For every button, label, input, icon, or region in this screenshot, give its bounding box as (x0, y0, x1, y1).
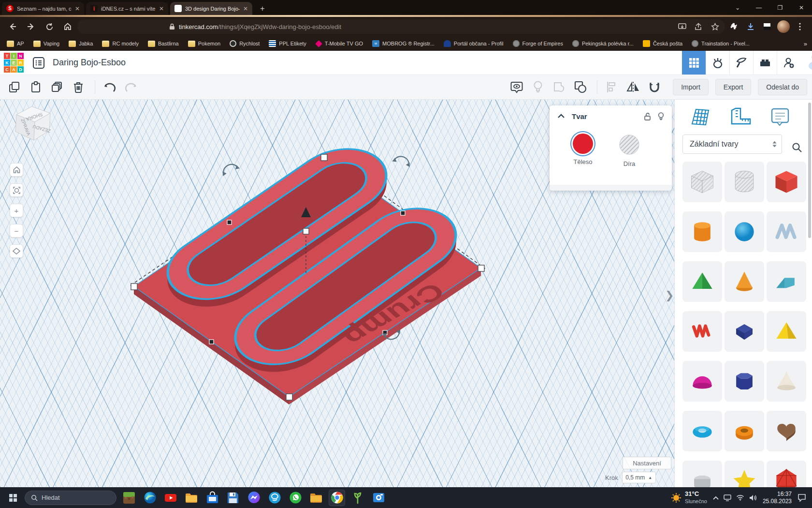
notes-icon[interactable] (770, 107, 790, 126)
transparency-bulb-icon[interactable] (528, 77, 548, 97)
corner-scale-handle[interactable] (131, 284, 137, 290)
hidden-icons-chevron[interactable] (713, 496, 719, 500)
new-tab-button[interactable]: + (256, 2, 269, 15)
hole-shape-icon[interactable] (550, 77, 569, 97)
grid-settings-button[interactable]: Nastavení (623, 457, 671, 469)
tab-search-chevron-icon[interactable]: ⌄ (727, 0, 748, 15)
corner-scale-handle[interactable] (478, 265, 484, 271)
bookmark-item[interactable]: Pokemon (188, 41, 220, 47)
sidebar-collapse-chevron[interactable]: ❯ (665, 289, 674, 302)
design-title[interactable]: Daring Bojo-Esboo (53, 58, 126, 68)
collapse-chevron-icon[interactable] (557, 114, 565, 119)
rotate-handle[interactable] (220, 161, 240, 176)
bookmark-item[interactable]: Forge of Empires (513, 40, 563, 47)
profile-avatar[interactable] (775, 18, 792, 35)
brick-icon[interactable] (753, 51, 777, 75)
tab-tinkercad-active[interactable]: 3D design Daring Bojo-Esboo | Ti ✕ (170, 2, 252, 15)
bookmark-item[interactable]: AP (7, 41, 24, 47)
shape-cylinder-transparent[interactable] (725, 162, 764, 202)
bookmark-item[interactable]: Jabka (69, 41, 93, 47)
messenger-icon[interactable] (246, 490, 262, 506)
bookmark-item[interactable]: PPL Etikety (269, 40, 306, 47)
bookmark-item[interactable]: Trainstation - Pixel... (692, 40, 750, 47)
ruler-icon[interactable] (730, 106, 751, 127)
tab-seznam[interactable]: S Seznam – najdu tam, co neznám ✕ (2, 2, 84, 15)
bookmark-item[interactable]: Bastlirna (148, 41, 179, 47)
top-center-handle[interactable] (303, 228, 309, 234)
workplane-grid-icon[interactable] (688, 106, 710, 127)
shape-sphere-blue[interactable] (725, 211, 764, 252)
file-explorer-icon[interactable] (183, 490, 200, 506)
plant-icon[interactable] (349, 490, 366, 506)
edge-icon[interactable] (142, 490, 158, 506)
downloads-icon[interactable] (742, 18, 759, 35)
invite-person-add-icon[interactable] (777, 51, 800, 75)
sidebar-scrollbar[interactable] (808, 103, 811, 238)
bulb-icon[interactable] (658, 112, 664, 120)
search-icon[interactable] (789, 139, 805, 156)
shape-cylinder-orange[interactable] (682, 211, 722, 252)
shape-roof-teal[interactable] (767, 261, 806, 302)
solid-option[interactable]: Těleso (573, 134, 593, 167)
tinkercad-logo[interactable]: TIN KER CAD (4, 53, 24, 73)
bookmark-star-icon[interactable] (707, 23, 723, 31)
delete-icon[interactable] (69, 77, 88, 97)
reload-icon[interactable] (41, 18, 58, 35)
game-launcher-icon[interactable] (121, 490, 137, 506)
restore-button[interactable]: ❐ (769, 0, 791, 15)
solid-color-swatch[interactable] (573, 134, 593, 154)
kebab-menu-icon[interactable] (792, 18, 808, 35)
lock-icon[interactable] (169, 23, 175, 30)
store-icon[interactable] (204, 490, 220, 506)
design-canvas[interactable]: SHORA ZPRAVA ZEZADU + − (0, 100, 674, 487)
extension-square-icon[interactable] (759, 18, 775, 35)
design-grid-icon[interactable] (682, 51, 706, 75)
wifi-icon[interactable] (736, 494, 744, 501)
mid-edge-handle[interactable] (227, 220, 232, 224)
copy-icon[interactable] (5, 77, 24, 97)
back-icon[interactable] (4, 18, 21, 35)
lock-open-icon[interactable] (644, 112, 651, 120)
tab-idnes[interactable]: i iDNES.cz – s námi víte víc ✕ (86, 2, 168, 15)
design-menu-icon[interactable] (32, 57, 45, 69)
shape-wedge-green[interactable] (682, 261, 722, 302)
mid-edge-handle[interactable] (401, 211, 405, 215)
shape-cone-orange[interactable] (725, 261, 764, 302)
shape-gray[interactable] (682, 461, 722, 487)
shape-hexprism-navy[interactable] (725, 361, 764, 402)
shape-star-yellow[interactable] (725, 461, 764, 487)
bookmark-item[interactable]: MMOBROG ® Registr... (372, 40, 435, 47)
bookmark-item[interactable]: Pekingská polévka r... (572, 40, 634, 47)
start-button[interactable] (6, 491, 20, 505)
rotate-handle[interactable] (392, 154, 412, 167)
bookmark-item[interactable]: Vaping (33, 41, 59, 47)
volume-icon[interactable] (749, 494, 757, 501)
step-value-dropdown[interactable]: 0,5 mm▲ (622, 472, 656, 483)
install-app-icon[interactable] (674, 23, 690, 31)
import-button[interactable]: Import (673, 79, 709, 95)
forward-icon[interactable] (22, 18, 40, 35)
close-icon[interactable]: ✕ (75, 5, 80, 12)
redo-icon[interactable] (121, 77, 141, 97)
weather-widget[interactable]: 31°CSlunečno (671, 491, 707, 505)
close-icon[interactable]: ✕ (243, 5, 248, 12)
account-avatar[interactable] (800, 51, 812, 75)
duplicate-icon[interactable] (47, 77, 67, 97)
bookmark-item[interactable]: Rychlost (230, 40, 260, 47)
shape-torus-blue[interactable] (682, 411, 722, 451)
minimize-button[interactable]: — (748, 0, 769, 15)
send-to-button[interactable]: Odeslat do (758, 79, 807, 95)
shape-scribble-steel[interactable] (767, 211, 806, 252)
sim-lab-hand-icon[interactable] (706, 51, 729, 75)
shape-box-red[interactable] (767, 162, 806, 202)
bookmark-item[interactable]: Portál občana - Profil (444, 40, 504, 47)
shape-heart-brown[interactable] (767, 411, 806, 451)
shape-category-dropdown[interactable]: Základní tvary (682, 134, 782, 154)
align-icon[interactable] (602, 77, 622, 97)
shape-icosahedron-red[interactable] (767, 461, 806, 487)
taskbar-clock[interactable]: 16:3725.08.2023 (763, 491, 792, 505)
mid-edge-handle[interactable] (209, 340, 214, 344)
home-icon[interactable] (59, 18, 76, 35)
shape-tube-orange[interactable] (725, 411, 764, 451)
mirror-flip-icon[interactable] (624, 77, 643, 97)
